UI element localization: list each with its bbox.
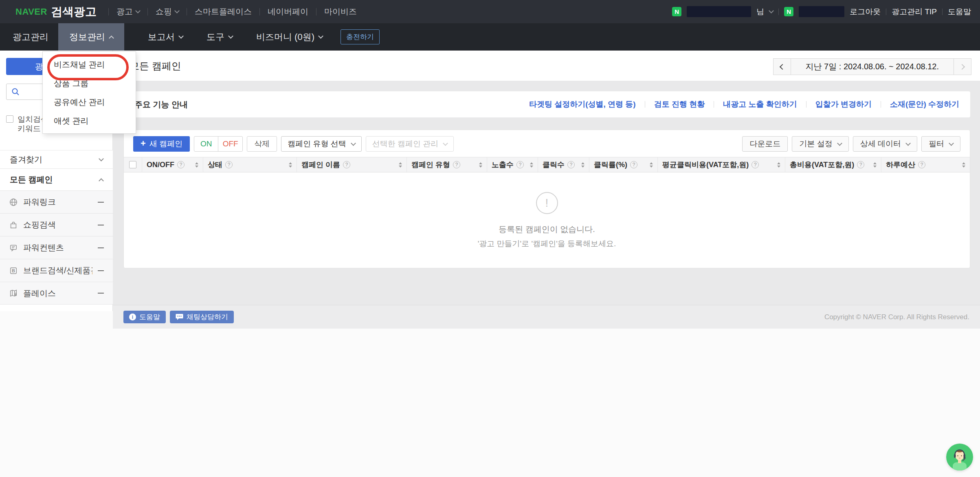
sort-icon[interactable] <box>774 162 780 168</box>
place-label: 플레이스 <box>23 288 92 299</box>
column-ctr[interactable]: 클릭률(%) <box>589 157 658 172</box>
sidebar-item-powercontents[interactable]: 파워컨텐츠 <box>0 236 113 259</box>
help-icon[interactable] <box>630 161 637 168</box>
help-icon[interactable] <box>567 161 575 168</box>
targeting-settings-link[interactable]: 타겟팅 설정하기(성별, 연령 등) <box>529 99 636 110</box>
chat-consult-button[interactable]: 채팅상담하기 <box>170 311 234 323</box>
download-button[interactable]: 다운로드 <box>742 136 788 152</box>
menu-naverpay[interactable]: 네이버페이 <box>268 6 308 17</box>
chat-agent-avatar[interactable] <box>946 444 973 470</box>
dropdown-item-asset[interactable]: 애셋 관리 <box>43 111 136 130</box>
sort-icon[interactable] <box>476 162 482 168</box>
ad-exposure-check-link[interactable]: 내광고 노출 확인하기 <box>723 99 797 110</box>
main-nav-bar: 광고관리 정보관리 보고서 도구 비즈머니 (0원) 충전하기 <box>0 23 980 51</box>
nav-report[interactable]: 보고서 <box>148 31 183 43</box>
collapse-minus-icon[interactable] <box>98 293 104 294</box>
naver-searchad-logo[interactable]: NAVER 검색광고 <box>15 4 97 20</box>
help-icon[interactable] <box>516 161 524 168</box>
sidebar-item-shopping-search[interactable]: 쇼핑검색 <box>0 213 113 236</box>
sidebar-item-powerlink[interactable]: 파워링크 <box>0 190 113 213</box>
nav-ad-management[interactable]: 광고관리 <box>13 31 48 43</box>
footer-help-button[interactable]: 도움말 <box>123 311 166 323</box>
feature-guide-links: 타겟팅 설정하기(성별, 연령 등) 검토 진행 현황 내광고 노출 확인하기 … <box>529 99 959 110</box>
date-prev-button[interactable] <box>773 58 791 75</box>
help-icon[interactable] <box>177 161 185 168</box>
selected-campaign-manage-select[interactable]: 선택한 캠페인 관리 <box>366 136 454 152</box>
chevron-down-icon <box>318 33 323 39</box>
column-onoff[interactable]: ON/OFF <box>142 157 203 172</box>
divider <box>714 101 714 108</box>
top-app-bar: NAVER 검색광고 광고 쇼핑 스마트플레이스 네이버페이 마이비즈 N 님 … <box>0 0 980 23</box>
sort-icon[interactable] <box>646 162 653 168</box>
detail-data-select[interactable]: 상세 데이터 <box>853 136 917 152</box>
sort-icon[interactable] <box>192 162 198 168</box>
on-button[interactable]: ON <box>194 137 218 151</box>
help-icon[interactable] <box>751 161 759 168</box>
creative-edit-link[interactable]: 소재(문안) 수정하기 <box>890 99 959 110</box>
divider <box>147 8 148 15</box>
date-range-value[interactable]: 지난 7일 : 2024.08.06. ~ 2024.08.12. <box>791 58 954 75</box>
sidebar-item-place[interactable]: 플레이스 <box>0 282 113 305</box>
column-impressions[interactable]: 노출수 <box>487 157 538 172</box>
help-icon[interactable] <box>225 161 233 168</box>
sort-icon[interactable] <box>959 162 965 168</box>
chevron-down-icon[interactable] <box>769 8 774 13</box>
sidebar-item-all-campaigns[interactable]: 모든 캠페인 <box>0 168 113 190</box>
column-status[interactable]: 상태 <box>203 157 297 172</box>
help-link[interactable]: 도움말 <box>948 7 971 17</box>
chevron-up-icon <box>109 35 114 41</box>
collapse-minus-icon[interactable] <box>98 270 104 271</box>
column-clicks[interactable]: 클릭수 <box>538 157 589 172</box>
menu-ad[interactable]: 광고 <box>116 6 140 17</box>
column-status-label: 상태 <box>208 160 222 170</box>
sort-icon[interactable] <box>527 162 533 168</box>
menu-mybiz[interactable]: 마이비즈 <box>324 6 357 17</box>
ad-management-tip-link[interactable]: 광고관리 TIP <box>892 7 937 17</box>
detail-data-label: 상세 데이터 <box>860 139 901 149</box>
campaign-list-card: +새 캠페인 ON OFF 삭제 캠페인 유형 선택 선택한 캠페인 관리 다운… <box>123 130 970 268</box>
new-campaign-button[interactable]: +새 캠페인 <box>133 136 190 152</box>
menu-shopping[interactable]: 쇼핑 <box>156 6 179 17</box>
select-all-checkbox[interactable] <box>129 161 136 168</box>
collapse-minus-icon[interactable] <box>98 202 104 203</box>
menu-smartplace[interactable]: 스마트플레이스 <box>195 6 252 17</box>
naver-wordmark: NAVER <box>15 7 47 17</box>
dropdown-item-shared-budget[interactable]: 공유예산 관리 <box>43 93 136 111</box>
collapse-minus-icon[interactable] <box>98 225 104 225</box>
filter-select[interactable]: 필터 <box>921 136 960 152</box>
bid-change-link[interactable]: 입찰가 변경하기 <box>815 99 872 110</box>
column-campaign-name[interactable]: 캠페인 이름 <box>297 157 407 172</box>
column-daily-budget[interactable]: 하루예산 <box>881 157 970 172</box>
logout-link[interactable]: 로그아웃 <box>850 7 881 17</box>
nav-tools[interactable]: 도구 <box>207 31 233 43</box>
help-icon[interactable] <box>343 161 350 168</box>
delete-button[interactable]: 삭제 <box>247 136 277 152</box>
match-search-checkbox[interactable] <box>6 115 13 123</box>
main-content: 주요 기능 안내 타겟팅 설정하기(성별, 연령 등) 검토 진행 현황 내광고… <box>113 81 980 329</box>
help-icon[interactable] <box>918 161 925 168</box>
dropdown-item-bizchannel[interactable]: 비즈채널 관리 <box>43 55 136 74</box>
column-campaign-type[interactable]: 캠페인 유형 <box>407 157 487 172</box>
sidebar-item-brand-search[interactable]: B 브랜드검색/신제품검색 <box>0 259 113 282</box>
review-status-link[interactable]: 검토 진행 현황 <box>654 99 705 110</box>
nav-bizmoney[interactable]: 비즈머니 (0원) <box>256 31 323 43</box>
dropdown-item-product-group[interactable]: 상품 그룹 <box>43 74 136 93</box>
help-icon[interactable] <box>453 161 460 168</box>
sort-icon[interactable] <box>396 162 402 168</box>
help-icon[interactable] <box>857 161 864 168</box>
sort-icon[interactable] <box>286 162 292 168</box>
date-next-button[interactable] <box>954 58 971 75</box>
nav-info-management[interactable]: 정보관리 <box>58 23 124 51</box>
column-avg-cpc[interactable]: 평균클릭비용(VAT포함,원) <box>658 157 785 172</box>
column-total-cost[interactable]: 총비용(VAT포함,원) <box>785 157 881 172</box>
sidebar-item-favorites[interactable]: 즐겨찾기 <box>0 150 113 168</box>
basic-settings-select[interactable]: 기본 설정 <box>792 136 848 152</box>
sort-icon[interactable] <box>870 162 877 168</box>
charge-button[interactable]: 충전하기 <box>341 29 380 44</box>
chevron-down-icon <box>135 8 141 13</box>
off-button[interactable]: OFF <box>218 137 242 151</box>
sort-icon[interactable] <box>578 162 584 168</box>
empty-state: 등록된 캠페인이 없습니다. '광고 만들기'로 '캠페인'을 등록해보세요. <box>124 192 970 249</box>
collapse-minus-icon[interactable] <box>98 247 104 248</box>
campaign-type-select[interactable]: 캠페인 유형 선택 <box>281 136 362 152</box>
